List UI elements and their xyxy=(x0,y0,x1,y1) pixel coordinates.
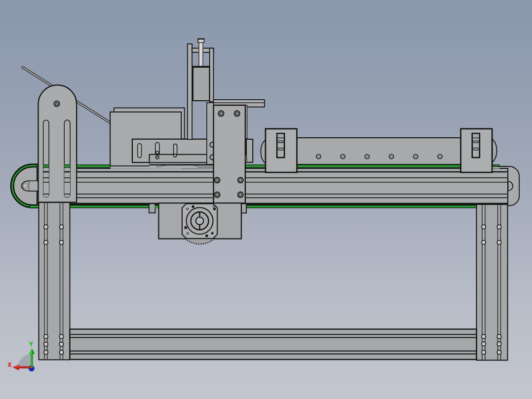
svg-text:Y: Y xyxy=(29,341,34,348)
svg-text:X: X xyxy=(8,361,12,369)
